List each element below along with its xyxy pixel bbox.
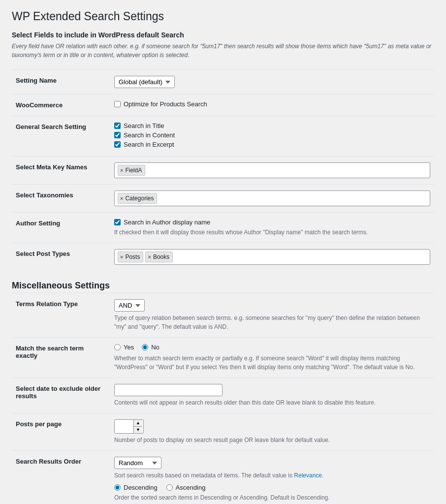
post-type-tag-books: × Books [145,252,173,262]
terms-relation-helper: Type of query relation between search te… [114,314,430,331]
post-type-tag-posts: × Posts [118,252,143,262]
posts-per-page-up[interactable]: ▲ [134,420,142,427]
meta-key-tag-fielda: × FieldA [118,165,145,176]
search-order-row: Search Results Order Random Relevance Da… [12,451,434,504]
order-ascending-label: Ascending [176,484,206,491]
posts-per-page-row: Posts per page ▲ ▼ Number of posts to di… [12,413,434,451]
search-excerpt-checkbox[interactable] [114,141,121,148]
search-excerpt-label: Search in Excerpt [124,141,174,148]
meta-key-label: Select Meta Key Names [12,157,110,185]
posts-per-page-down[interactable]: ▼ [134,427,142,433]
taxonomies-input[interactable]: × Categories [114,190,430,206]
match-no-radio[interactable] [142,344,148,350]
search-order-select[interactable]: Random Relevance Date Title [114,457,161,469]
relevance-link[interactable]: Relevance [294,472,322,479]
general-search-label: General Search Setting [12,116,110,157]
match-no-label: No [151,344,159,351]
posts-per-page-helper: Number of posts to display on search res… [114,436,430,444]
woocommerce-row: WooCommerce Optimize for Products Search [12,94,434,116]
match-yes-label: Yes [124,344,134,351]
misc-section-title: Miscellaneous Settings [12,281,434,291]
taxonomies-row: Select Taxonomies × Categories [12,185,434,213]
author-setting-row: Author Setting Search in Author display … [12,213,434,243]
match-yes-radio[interactable] [114,344,121,350]
terms-relation-row: Terms Relation Type AND OR Type of query… [12,293,434,338]
search-order-label: Search Results Order [12,451,110,504]
order-descending-radio[interactable] [114,484,121,491]
section1-desc: Every field have OR relation with each o… [12,42,434,60]
woocommerce-label: WooCommerce [12,94,110,116]
terms-relation-label: Terms Relation Type [12,293,110,338]
author-checkbox-label: Search in Author display name [124,219,210,226]
post-type-posts-remove[interactable]: × [120,254,123,260]
general-search-row: General Search Setting Search in Title S… [12,116,434,157]
exclude-date-label: Select date to exclude older results [12,378,110,413]
exclude-date-input[interactable] [114,384,223,396]
match-exact-row: Match the search term exactly Yes No Whe… [12,338,434,378]
meta-key-row: Select Meta Key Names × FieldA [12,157,434,185]
search-content-label: Search in Content [124,131,175,139]
meta-key-tag-remove[interactable]: × [120,167,123,173]
post-types-input[interactable]: × Posts × Books [114,249,430,265]
posts-per-page-label: Posts per page [12,413,110,451]
order-ascending-radio[interactable] [166,484,173,491]
author-checkbox[interactable] [114,219,121,225]
meta-key-input[interactable]: × FieldA [114,162,430,178]
setting-name-select[interactable]: Global (default) [114,76,175,88]
search-title-label: Search in Title [124,122,164,129]
exclude-date-helper: Contents will not appear in search resul… [114,398,430,407]
woocommerce-checkbox-label: Optimize for Products Search [124,100,207,108]
posts-per-page-input[interactable] [115,421,133,432]
posts-per-page-spinner[interactable]: ▲ ▼ [114,419,144,434]
author-setting-label: Author Setting [12,213,110,243]
order-direction-helper: Order the sorted search items in Descend… [114,493,430,502]
section1-title: Select Fields to include in WordPress de… [12,31,434,39]
match-exact-label: Match the search term exactly [12,338,110,378]
terms-relation-select[interactable]: AND OR [114,299,145,312]
match-exact-helper: Whether to match search term exactly or … [114,354,430,372]
page-title: WP Extended Search Settings [12,10,434,23]
taxonomy-tag-remove[interactable]: × [120,195,123,201]
author-helper: If checked then it will display those re… [114,228,430,237]
taxonomy-tag-categories: × Categories [118,193,157,204]
setting-name-label: Setting Name [12,70,110,94]
order-descending-label: Descending [124,484,158,491]
search-order-helper: Sort search results based on metadata of… [114,471,430,480]
search-title-checkbox[interactable] [114,123,121,129]
search-content-checkbox[interactable] [114,132,121,138]
post-types-label: Select Post Types [12,243,110,271]
post-type-books-remove[interactable]: × [148,254,151,260]
exclude-date-row: Select date to exclude older results Con… [12,378,434,413]
setting-name-row: Setting Name Global (default) [12,70,434,94]
post-types-row: Select Post Types × Posts × Books [12,243,434,271]
taxonomies-label: Select Taxonomies [12,185,110,213]
woocommerce-checkbox[interactable] [114,101,121,107]
